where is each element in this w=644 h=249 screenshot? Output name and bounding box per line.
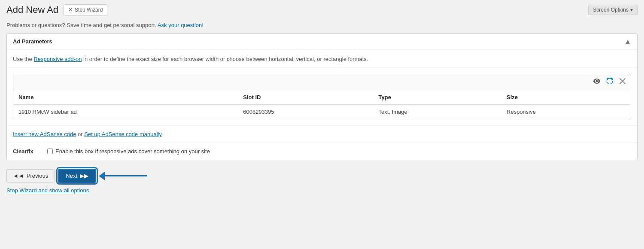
stop-wizard-link-area: Stop Wizard and show all options (6, 187, 638, 194)
clearfix-label: Clearfix (13, 148, 43, 155)
col-type: Type (374, 90, 502, 105)
clearfix-checkbox[interactable] (47, 149, 53, 154)
clearfix-checkbox-area: Enable this box if responsive ads cover … (47, 148, 210, 155)
page-title-area: Add New Ad ✕ Stop Wizard (6, 4, 107, 16)
setup-adsense-link[interactable]: Set up AdSense code manually (84, 131, 162, 137)
insert-adsense-link[interactable]: Insert new AdSense code (13, 131, 76, 137)
insert-links-row: Insert new AdSense code or Set up AdSens… (7, 125, 637, 143)
refresh-button[interactable] (605, 77, 615, 87)
ad-table: Name Slot ID Type Size 1910 RMcW sidebar… (13, 90, 631, 119)
screen-options-arrow: ▾ (630, 7, 633, 13)
next-icon: ▶▶ (80, 173, 88, 179)
table-cell-type: Text, Image (374, 104, 502, 119)
table-cell-slot_id: 6008293395 (238, 104, 373, 119)
arrow-line (104, 175, 147, 176)
support-bar: Problems or questions? Save time and get… (0, 19, 644, 33)
next-button[interactable]: Next ▶▶ (58, 169, 96, 183)
stop-wizard-all-options-link[interactable]: Stop Wizard and show all options (6, 187, 89, 194)
previous-label: Previous (27, 173, 49, 179)
ad-table-area: Name Slot ID Type Size 1910 RMcW sidebar… (13, 74, 631, 119)
col-slot-id: Slot ID (238, 90, 373, 105)
collapse-button[interactable]: ▲ (624, 38, 631, 45)
stop-wizard-label: Stop Wizard (75, 6, 103, 14)
stop-wizard-button[interactable]: ✕ Stop Wizard (64, 4, 107, 16)
previous-button[interactable]: ◄◄ Previous (6, 169, 55, 182)
responsive-addon-link[interactable]: Responsive add-on (33, 56, 82, 62)
stop-wizard-icon: ✕ (68, 6, 73, 14)
close-icon (620, 78, 626, 85)
description-text-after: in order to define the exact size for ea… (83, 56, 368, 62)
eye-button[interactable] (591, 77, 602, 87)
table-cell-name: 1910 RMcW sidebar ad (13, 104, 238, 119)
col-size: Size (501, 90, 631, 105)
panel-title: Ad Parameters (13, 38, 52, 45)
ask-question-link[interactable]: Ask your question! (158, 22, 204, 28)
clearfix-row: Clearfix Enable this box if responsive a… (7, 143, 637, 160)
table-cell-size: Responsive (501, 104, 631, 119)
previous-icon: ◄◄ (13, 173, 24, 179)
table-row: 1910 RMcW sidebar ad6008293395Text, Imag… (13, 104, 631, 119)
col-name: Name (13, 90, 238, 105)
ad-table-body: 1910 RMcW sidebar ad6008293395Text, Imag… (13, 104, 631, 119)
insert-links-separator: or (78, 131, 84, 137)
footer-area: ◄◄ Previous Next ▶▶ (6, 169, 638, 183)
close-button[interactable] (618, 77, 627, 87)
page-title: Add New Ad (6, 4, 58, 15)
next-label: Next (66, 173, 77, 179)
clearfix-description: Enable this box if responsive ads cover … (55, 148, 210, 155)
support-text: Problems or questions? Save time and get… (6, 22, 156, 28)
screen-options-label: Screen Options (593, 7, 629, 13)
panel-header: Ad Parameters ▲ (7, 34, 637, 50)
description-text-before: Use the (13, 56, 32, 62)
eye-icon (593, 78, 601, 85)
table-toolbar (13, 74, 631, 90)
top-bar: Add New Ad ✕ Stop Wizard Screen Options … (0, 0, 644, 19)
refresh-icon (607, 79, 614, 86)
screen-options-button[interactable]: Screen Options ▾ (588, 5, 638, 15)
table-header-row: Name Slot ID Type Size (13, 90, 631, 105)
panel-description: Use the Responsive add-on in order to de… (7, 50, 637, 68)
ad-parameters-panel: Ad Parameters ▲ Use the Responsive add-o… (6, 33, 638, 160)
arrow-indicator (104, 175, 147, 176)
